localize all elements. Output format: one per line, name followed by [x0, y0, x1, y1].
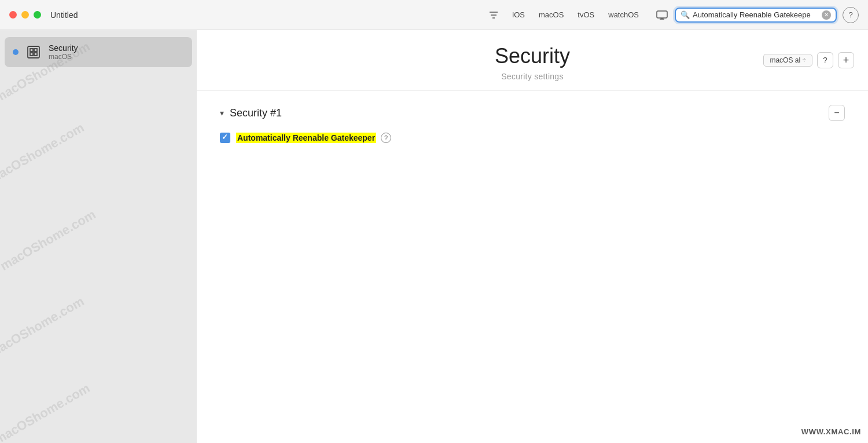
search-box: 🔍 ✕: [675, 8, 837, 23]
gatekeeper-label: Automatically Reenable Gatekeeper: [236, 133, 376, 143]
tab-macos[interactable]: macOS: [533, 8, 569, 21]
section-collapse-button[interactable]: −: [829, 105, 845, 121]
security-icon: [24, 43, 43, 61]
watermark-3: macOShome.com: [0, 207, 98, 273]
maximize-button[interactable]: [34, 11, 41, 19]
svg-rect-9: [30, 53, 33, 56]
sidebar-item-text: Security macOS: [49, 43, 78, 61]
sidebar-item-title: Security: [49, 43, 78, 53]
setting-help-button[interactable]: ?: [381, 133, 391, 143]
filter-icon[interactable]: [486, 7, 502, 23]
watermark-2: macOShome.com: [0, 120, 87, 186]
platform-nav: iOS macOS tvOS watchOS: [506, 8, 645, 21]
svg-rect-6: [28, 46, 39, 58]
watermark-5: macOShome.com: [0, 380, 93, 443]
search-clear-button[interactable]: ✕: [822, 10, 831, 20]
header-help-button[interactable]: ?: [817, 52, 833, 68]
page-subtitle: Security settings: [501, 72, 563, 81]
titlebar: Untitled iOS macOS tvOS watchOS 🔍 ✕ ?: [0, 0, 868, 30]
sidebar-item-security[interactable]: Security macOS: [5, 37, 192, 67]
section-header: ▾ Security #1 −: [220, 105, 845, 121]
svg-rect-3: [657, 11, 667, 18]
search-input[interactable]: [693, 10, 822, 19]
footer-watermark: WWW.XMAC.IM: [801, 427, 861, 436]
svg-rect-8: [34, 49, 37, 52]
setting-row-gatekeeper: Automatically Reenable Gatekeeper ?: [220, 130, 845, 145]
page-title: Security: [495, 44, 570, 68]
header-toolbar: macOS al ÷ ? +: [763, 52, 854, 68]
sidebar-item-subtitle: macOS: [49, 53, 78, 61]
content-area: Security Security settings macOS al ÷ ? …: [197, 30, 868, 443]
window-title: Untitled: [50, 10, 78, 20]
section-title: Security #1: [230, 107, 829, 119]
sidebar: macOShome.com macOShome.com macOShome.co…: [0, 30, 197, 443]
content-header: Security Security settings macOS al ÷ ? …: [197, 30, 868, 91]
window-controls: [9, 11, 41, 19]
watermark-4: macOShome.com: [0, 294, 87, 360]
settings-section: ▾ Security #1 − Automatically Reenable G…: [197, 91, 868, 159]
chevron-down-icon[interactable]: ▾: [220, 108, 224, 118]
minimize-button[interactable]: [21, 11, 29, 19]
svg-rect-7: [30, 49, 33, 52]
close-button[interactable]: [9, 11, 17, 19]
platform-badge: macOS al ÷: [763, 54, 812, 67]
tab-tvos[interactable]: tvOS: [572, 8, 600, 21]
tab-ios[interactable]: iOS: [506, 8, 531, 21]
tab-watchos[interactable]: watchOS: [602, 8, 645, 21]
gatekeeper-checkbox[interactable]: [220, 133, 230, 143]
svg-rect-10: [34, 53, 37, 56]
add-button[interactable]: +: [838, 52, 854, 68]
main-area: macOShome.com macOShome.com macOShome.co…: [0, 30, 868, 443]
help-button[interactable]: ?: [843, 7, 859, 23]
search-icon: 🔍: [681, 10, 690, 19]
device-icon: [654, 7, 670, 23]
sidebar-active-dot: [13, 49, 19, 55]
